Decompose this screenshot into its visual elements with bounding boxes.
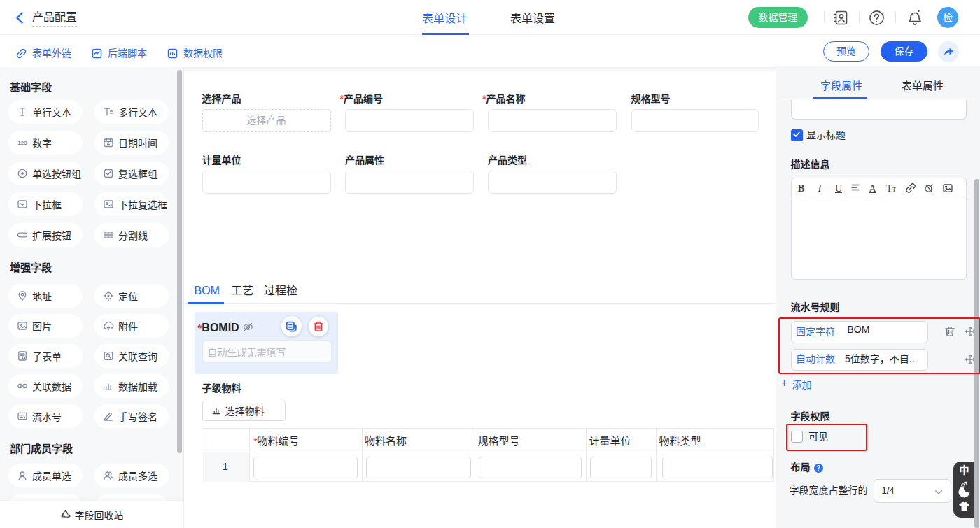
svg-text:123: 123 — [18, 140, 27, 146]
